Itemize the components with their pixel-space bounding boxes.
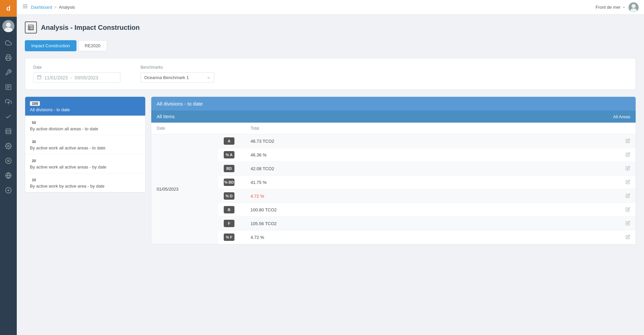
left-panel: 100 All divisions - to date 50 By active… xyxy=(25,96,146,193)
table-row: % BD41.75 % xyxy=(151,176,636,189)
sidebar-item-check[interactable] xyxy=(0,109,17,124)
sidebar-item-globe[interactable] xyxy=(0,168,17,183)
division-name-4: By active work by active area - by date xyxy=(30,184,141,189)
table-row: B100.80 TCO2 xyxy=(151,203,636,217)
edit-icon[interactable] xyxy=(626,152,630,158)
table-cell-badge: F xyxy=(218,217,245,230)
table-cell-total: 4.72 % xyxy=(245,189,619,203)
hamburger-icon[interactable] xyxy=(22,3,28,11)
svg-point-13 xyxy=(6,158,11,164)
sidebar-item-layout[interactable] xyxy=(0,124,17,139)
table-cell-badge: A xyxy=(218,134,245,148)
col-total-header: Total xyxy=(245,123,619,134)
edit-icon[interactable] xyxy=(626,221,630,226)
table-cell-edit[interactable] xyxy=(619,176,636,189)
topbar-left: Dashboard > Analysis xyxy=(22,3,75,11)
table-cell-edit[interactable] xyxy=(619,230,636,244)
content-area: Analysis - Impact Construction Impact Co… xyxy=(17,15,644,335)
table-cell-total: 42.08 TCO2 xyxy=(245,162,619,176)
filter-card: Date 11/01/2023 - 09/05/2023 Benchmarks … xyxy=(25,58,636,90)
sidebar-item-notes[interactable] xyxy=(0,80,17,94)
badge-label: A xyxy=(224,137,234,145)
edit-icon[interactable] xyxy=(626,235,630,240)
badge-label: % A xyxy=(224,151,234,158)
table-cell-badge: % BD xyxy=(218,176,245,189)
sidebar-item-cloud[interactable] xyxy=(0,36,17,50)
badge-label: % F xyxy=(224,233,234,241)
table-cell-edit[interactable] xyxy=(619,162,636,176)
date-input[interactable]: 11/01/2023 - 09/05/2023 xyxy=(33,72,120,83)
data-table: Date Total 01/05/2023A46.73 TCO2 % A46.3… xyxy=(151,123,636,244)
table-cell-total: 46.73 TCO2 xyxy=(245,134,619,148)
workspace-selector[interactable]: Front de mer xyxy=(596,5,626,10)
table-cell-edit[interactable] xyxy=(619,148,636,162)
page-title-icon xyxy=(25,21,37,34)
edit-icon[interactable] xyxy=(626,166,630,172)
edit-icon[interactable] xyxy=(626,207,630,213)
table-cell-date: 01/05/2023 xyxy=(151,134,218,244)
topbar-avatar[interactable] xyxy=(629,2,639,12)
all-items-header: All Items All Areas xyxy=(151,111,636,123)
col-badge-header xyxy=(218,123,245,134)
svg-point-1 xyxy=(6,22,11,27)
breadcrumb-separator: > xyxy=(54,5,57,10)
page-title: Analysis - Impact Construction xyxy=(41,24,140,31)
table-cell-total: 4.72 % xyxy=(245,230,619,244)
app-logo[interactable]: d xyxy=(0,0,17,17)
tabs-row: Impact Construction RE2020 xyxy=(25,40,636,51)
table-row: % D4.72 % xyxy=(151,189,636,203)
calendar-icon xyxy=(37,75,42,80)
svg-point-12 xyxy=(8,145,9,147)
sidebar-item-tools[interactable] xyxy=(0,65,17,80)
division-item-1[interactable]: 50 By active division all areas - to dat… xyxy=(25,116,145,135)
table-cell-total: 41.75 % xyxy=(245,176,619,189)
main-area: Dashboard > Analysis Front de mer Analys… xyxy=(17,0,644,335)
sidebar-avatar[interactable] xyxy=(2,20,14,32)
division-item-2[interactable]: 30 By active work all active areas - to … xyxy=(25,135,145,154)
division-item-0[interactable]: 100 All divisions - to date xyxy=(25,97,145,116)
table-cell-edit[interactable] xyxy=(619,217,636,230)
table-cell-edit[interactable] xyxy=(619,134,636,148)
edit-icon[interactable] xyxy=(626,194,630,199)
table-cell-badge: % F xyxy=(218,230,245,244)
svg-rect-9 xyxy=(6,129,11,134)
division-badge-0: 100 xyxy=(30,101,40,106)
table-cell-edit[interactable] xyxy=(619,189,636,203)
all-areas-label: All Areas xyxy=(613,114,630,119)
svg-point-14 xyxy=(8,160,9,162)
sidebar-item-settings[interactable] xyxy=(0,139,17,153)
benchmark-dropdown[interactable]: Oceanna Benchmark 1 xyxy=(141,72,214,83)
breadcrumb-dashboard-link[interactable]: Dashboard xyxy=(31,5,52,10)
breadcrumb-current: Analysis xyxy=(59,5,75,10)
division-badge-2: 30 xyxy=(30,139,38,144)
division-item-3[interactable]: 20 By active work all active areas - by … xyxy=(25,154,145,173)
sidebar-item-print[interactable] xyxy=(0,50,17,65)
edit-icon[interactable] xyxy=(626,139,630,144)
col-action-header xyxy=(619,123,636,134)
two-col-layout: 100 All divisions - to date 50 By active… xyxy=(25,96,636,245)
breadcrumb: Dashboard > Analysis xyxy=(31,5,75,10)
sidebar-item-add[interactable] xyxy=(0,183,17,198)
topbar: Dashboard > Analysis Front de mer xyxy=(17,0,644,15)
badge-label: BD xyxy=(224,165,234,172)
filter-row: Date 11/01/2023 - 09/05/2023 Benchmarks … xyxy=(33,65,628,83)
sidebar-item-circle[interactable] xyxy=(0,153,17,168)
badge-label: F xyxy=(224,220,234,227)
benchmark-filter-group: Benchmarks Oceanna Benchmark 1 xyxy=(141,65,214,83)
division-item-4[interactable]: 10 By active work by active area - by da… xyxy=(25,173,145,192)
table-cell-badge: B xyxy=(218,203,245,217)
sidebar-item-upload[interactable] xyxy=(0,94,17,109)
edit-icon[interactable] xyxy=(626,180,630,185)
page-title-row: Analysis - Impact Construction xyxy=(25,21,636,34)
table-row: F105.56 TCO2 xyxy=(151,217,636,230)
tab-impact-construction[interactable]: Impact Construction xyxy=(25,40,76,51)
table-row: 01/05/2023A46.73 TCO2 xyxy=(151,134,636,148)
table-cell-badge: BD xyxy=(218,162,245,176)
table-cell-badge: % D xyxy=(218,189,245,203)
division-name-3: By active work all active areas - by dat… xyxy=(30,164,141,170)
table-cell-edit[interactable] xyxy=(619,203,636,217)
division-badge-4: 10 xyxy=(30,178,38,182)
tab-re2020[interactable]: RE2020 xyxy=(78,40,107,51)
date-from: 11/01/2023 xyxy=(44,75,68,80)
division-badge-1: 50 xyxy=(30,120,38,125)
